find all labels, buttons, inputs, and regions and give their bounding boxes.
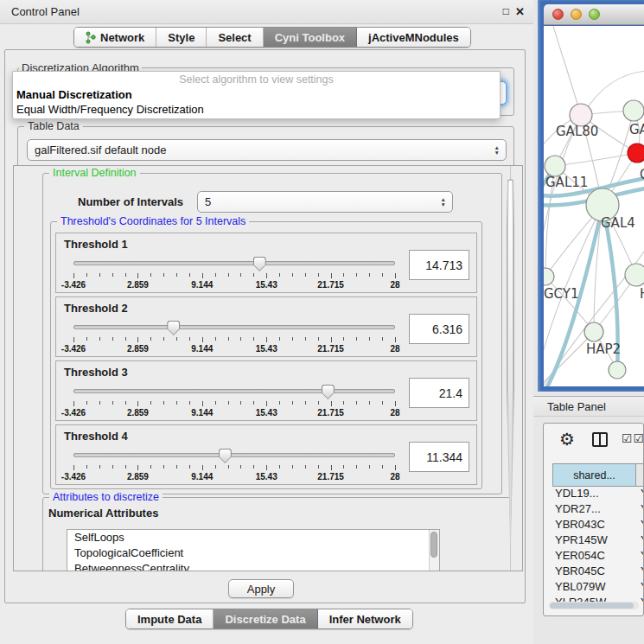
network-node[interactable] [623,100,644,121]
network-node[interactable] [609,361,626,379]
column-header-shared-name[interactable]: shared... [552,463,636,487]
network-icon [86,31,96,44]
slider-tick [331,465,332,470]
tab-style[interactable]: Style [156,28,207,47]
tab-cyni-toolbox[interactable]: Cyni Toolbox [264,28,357,47]
threshold-value-field[interactable]: 14.713 [409,250,469,280]
control-panel: Control Panel □ ✕ NetworkStyleSelectCyni… [0,0,533,644]
network-node[interactable] [584,322,603,341]
network-window-titlebar[interactable] [544,4,644,25]
zoom-traffic-light[interactable] [589,9,600,20]
tab-network[interactable]: Network [74,28,156,47]
slider-tick [125,401,126,405]
threshold-value-field[interactable]: 21.4 [409,378,469,408]
network-canvas[interactable]: GAL80GACGAL11GAL4GCY1HHAP2 [544,26,644,386]
slider-tick [163,337,164,341]
slider-tick [292,337,293,341]
bottom-tab-discretize-data[interactable]: Discretize Data [214,609,317,628]
slider-track[interactable] [73,325,395,329]
slider-thumb[interactable] [322,385,335,399]
slider-tick [318,465,319,469]
tab-jactivemnodules[interactable]: jActiveMNodules [357,28,470,47]
cell-shared-name: YBR045C [552,564,636,580]
table-row[interactable]: YER054CYER0 [552,549,644,564]
slider-tick-label: 21.715 [317,280,344,290]
cell-name: YBR0 [636,518,644,533]
slider-tick [356,465,357,469]
dropdown-item-equal-width[interactable]: Equal Width/Frequency Discretization [13,103,500,118]
dropdown-hint-item[interactable]: Select algorithm to view settings [13,73,500,88]
spinner-arrows-icon: ▲▼ [441,197,446,207]
cyni-toolbox-panel: Discretization Algorithm Select algorith… [4,49,526,603]
slider-tick [176,401,177,405]
network-edge[interactable] [555,153,637,166]
attribute-list-item[interactable]: SelfLoops [67,530,439,545]
network-graph[interactable]: GAL80GACGAL11GAL4GCY1HHAP2 [544,26,644,386]
attribute-list-item[interactable]: TopologicalCoefficient [67,545,439,561]
threshold-value-field[interactable]: 6.316 [409,314,469,344]
attributes-listbox[interactable]: SelfLoopsTopologicalCoefficientBetweenne… [67,529,440,571]
column-header-name[interactable]: na [636,463,644,487]
table-row[interactable]: YBR043CYBR0 [552,518,644,533]
table-row[interactable]: YDR27...YDR2 [552,502,644,518]
slider-tick-label: -3.426 [61,344,86,354]
split-columns-icon[interactable] [592,432,608,447]
table-row[interactable]: YBR045CYBR0 [552,564,644,580]
table-row[interactable]: YPR145WYPR1 [552,533,644,549]
slider-thumb[interactable] [219,449,232,463]
threshold-value-field[interactable]: 11.344 [409,442,469,472]
gear-icon[interactable]: ⚙ [559,429,575,450]
network-node[interactable] [628,143,644,163]
checkbox-icons[interactable]: ☑☑☑ [622,431,644,445]
slider-thumb[interactable] [167,321,180,335]
attribute-list-item[interactable]: BetweennessCentrality [67,561,439,571]
threshold-slider[interactable]: -3.4262.8599.14415.4321.71528 [73,384,395,418]
threshold-slider[interactable]: -3.4262.8599.14415.4321.71528 [73,320,395,354]
table-row[interactable]: YDL19...YDL1 [552,487,644,502]
bottom-tab-infer-network[interactable]: Infer Network [318,609,412,628]
network-node[interactable] [625,264,644,286]
tab-select[interactable]: Select [207,28,263,47]
table-data-combobox[interactable]: galFiltered.sif default node ▲▼ [27,139,507,161]
network-view-window: GAL80GACGAL11GAL4GCY1HHAP2 [538,0,644,392]
close-traffic-light[interactable] [552,9,564,20]
slider-tick [382,401,383,405]
minimize-traffic-light[interactable] [571,9,582,20]
slider-tick [163,465,164,469]
network-node[interactable] [545,156,565,176]
slider-tick [150,273,151,277]
slider-tick [331,273,332,278]
slider-thumb[interactable] [253,257,266,271]
slider-track[interactable] [73,261,395,265]
num-intervals-spinner[interactable]: 5 ▲▼ [197,191,453,213]
dropdown-item-manual[interactable]: Manual Discretization [13,88,500,103]
slider-tick-label: 15.43 [256,280,277,290]
network-edge[interactable] [545,277,594,332]
slider-tick [369,337,370,341]
slider-tick [240,401,241,405]
table-horizontal-scrollbar[interactable] [549,602,639,609]
slider-tick [318,401,319,405]
slider-tick-label: 2.859 [127,280,149,290]
network-node-label: GCY1 [544,286,579,302]
apply-button[interactable]: Apply [228,579,294,598]
tab-label: Network [100,31,144,44]
threshold-slider[interactable]: -3.4262.8599.14415.4321.71528 [73,448,395,482]
bottom-tab-impute-data[interactable]: Impute Data [126,609,214,628]
slider-tick-label: 28 [390,344,399,354]
attributes-group: Attributes to discretize Numerical Attri… [42,497,511,571]
slider-tick [356,273,357,277]
settings-vertical-scrollbar[interactable] [510,166,522,571]
float-window-icon[interactable]: □ [503,5,509,17]
cell-name: YPR1 [636,533,644,549]
attributes-scrollbar[interactable] [429,530,439,571]
close-icon[interactable]: ✕ [515,5,525,18]
threshold-coordinates-group: Threshold's Coordinates for 5 Intervals … [50,221,482,489]
threshold-slider[interactable]: -3.4262.8599.14415.4321.71528 [73,256,395,290]
table-row[interactable]: YBL079WYBL0 [552,580,644,596]
network-node[interactable] [544,268,554,285]
slider-tick [215,401,216,405]
network-edge[interactable] [552,26,581,115]
slider-track[interactable] [73,389,395,393]
slider-track[interactable] [73,453,395,457]
